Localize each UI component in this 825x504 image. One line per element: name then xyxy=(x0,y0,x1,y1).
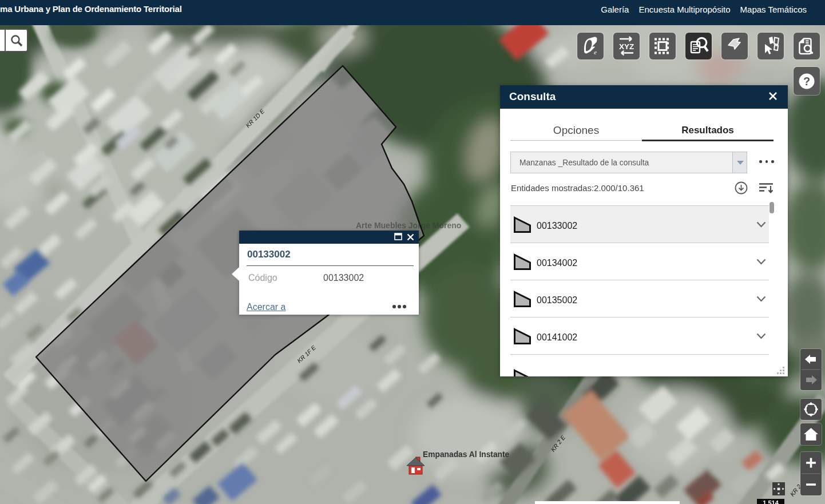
svg-text:Empanadas Al Instante: Empanadas Al Instante xyxy=(423,450,510,459)
svg-text:?: ? xyxy=(803,75,810,88)
svg-text:XYZ: XYZ xyxy=(619,42,634,51)
svg-text:Arte Muebles Jorge Moreno: Arte Muebles Jorge Moreno xyxy=(356,221,461,230)
svg-text:1.514: 1.514 xyxy=(763,499,779,504)
svg-text:e: e xyxy=(594,49,597,55)
